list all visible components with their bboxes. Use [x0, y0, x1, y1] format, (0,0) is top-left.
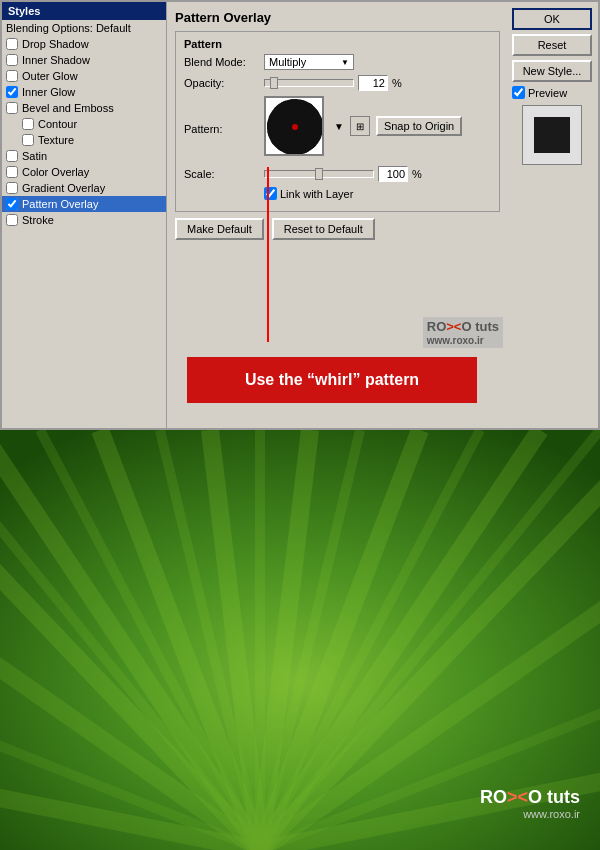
blending-options-item[interactable]: Blending Options: Default	[2, 20, 166, 36]
scale-input[interactable]	[378, 166, 408, 182]
blend-mode-row: Blend Mode: Multiply ▼	[184, 54, 491, 70]
callout-box: Use the “whirl” pattern	[187, 357, 477, 403]
outer-glow-item[interactable]: Outer Glow	[2, 68, 166, 84]
svg-point-2	[292, 124, 298, 130]
opacity-input[interactable]	[358, 75, 388, 91]
pattern-label: Pattern:	[184, 123, 264, 135]
callout-text: Use the “whirl” pattern	[245, 371, 419, 388]
red-pointer-line	[267, 167, 269, 342]
blend-mode-dropdown[interactable]: Multiply ▼	[264, 54, 354, 70]
gradient-overlay-item[interactable]: Gradient Overlay	[2, 180, 166, 196]
opacity-slider-container: %	[264, 75, 402, 91]
drop-shadow-checkbox[interactable]	[6, 38, 18, 50]
scale-label: Scale:	[184, 168, 264, 180]
texture-item[interactable]: Texture	[2, 132, 166, 148]
outer-glow-checkbox[interactable]	[6, 70, 18, 82]
opacity-slider-thumb[interactable]	[270, 77, 278, 89]
preview-checkbox[interactable]	[512, 86, 525, 99]
dialog-watermark-url: www.roxo.ir	[427, 335, 484, 346]
contour-checkbox[interactable]	[22, 118, 34, 130]
scale-slider-container: %	[264, 166, 422, 182]
bevel-emboss-checkbox[interactable]	[6, 102, 18, 114]
pattern-icon-button[interactable]: ⊞	[350, 116, 370, 136]
dialog-watermark: RO><O tuts www.roxo.ir	[423, 317, 503, 348]
preview-label-text: Preview	[528, 87, 567, 99]
pattern-row: Pattern:	[184, 96, 491, 161]
contour-item[interactable]: Contour	[2, 116, 166, 132]
opacity-label: Opacity:	[184, 77, 264, 89]
pattern-dropdown-arrow[interactable]: ▼	[334, 121, 344, 132]
color-overlay-item[interactable]: Color Overlay	[2, 164, 166, 180]
inner-shadow-checkbox[interactable]	[6, 54, 18, 66]
link-layer-checkbox[interactable]	[264, 187, 277, 200]
ok-button[interactable]: OK	[512, 8, 592, 30]
reset-button[interactable]: Reset	[512, 34, 592, 56]
pattern-sub-group: Pattern Blend Mode: Multiply ▼ Opacity: …	[175, 31, 500, 212]
inner-glow-item[interactable]: Inner Glow	[2, 84, 166, 100]
opacity-slider-track[interactable]	[264, 79, 354, 87]
bottom-url-text: www.roxo.ir	[480, 808, 580, 820]
preview-thumbnail	[522, 105, 582, 165]
bottom-watermark: RO><O tuts www.roxo.ir	[480, 787, 580, 820]
pattern-thumbnail[interactable]	[264, 96, 324, 156]
pattern-overlay-item[interactable]: Pattern Overlay	[2, 196, 166, 212]
satin-item[interactable]: Satin	[2, 148, 166, 164]
make-default-button[interactable]: Make Default	[175, 218, 264, 240]
pattern-picker-row: ▼ ⊞ Snap to Origin	[264, 96, 462, 156]
bevel-emboss-item[interactable]: Bevel and Emboss	[2, 100, 166, 116]
pattern-overlay-checkbox[interactable]	[6, 198, 18, 210]
opacity-unit: %	[392, 77, 402, 89]
preview-row: Preview	[512, 86, 592, 99]
bottom-brand-text: RO><O tuts	[480, 787, 580, 808]
bottom-buttons-row: Make Default Reset to Default	[175, 218, 500, 240]
opacity-row: Opacity: %	[184, 75, 491, 91]
gradient-overlay-checkbox[interactable]	[6, 182, 18, 194]
new-style-button[interactable]: New Style...	[512, 60, 592, 82]
stroke-item[interactable]: Stroke	[2, 212, 166, 228]
inner-glow-checkbox[interactable]	[6, 86, 18, 98]
reset-to-default-button[interactable]: Reset to Default	[272, 218, 375, 240]
scale-slider-track[interactable]	[264, 170, 374, 178]
satin-checkbox[interactable]	[6, 150, 18, 162]
photoshop-dialog: Styles Blending Options: Default Drop Sh…	[0, 0, 600, 430]
color-overlay-checkbox[interactable]	[6, 166, 18, 178]
drop-shadow-item[interactable]: Drop Shadow	[2, 36, 166, 52]
texture-checkbox[interactable]	[22, 134, 34, 146]
scale-row: Scale: %	[184, 166, 491, 182]
stroke-checkbox[interactable]	[6, 214, 18, 226]
inner-shadow-item[interactable]: Inner Shadow	[2, 52, 166, 68]
styles-panel-title: Styles	[2, 2, 166, 20]
link-layer-row: Link with Layer	[184, 187, 491, 200]
scale-slider-thumb[interactable]	[315, 168, 323, 180]
scale-unit: %	[412, 168, 422, 180]
dropdown-arrow-icon: ▼	[341, 58, 349, 67]
action-buttons-panel: OK Reset New Style... Preview	[512, 8, 592, 165]
snap-to-origin-button[interactable]: Snap to Origin	[376, 116, 462, 136]
preview-inner-square	[534, 117, 570, 153]
pattern-group-title: Pattern	[184, 38, 491, 50]
bottom-section: RO><O tuts www.roxo.ir	[0, 430, 600, 850]
whirl-pattern-svg	[266, 98, 324, 156]
link-layer-label: Link with Layer	[280, 188, 353, 200]
styles-panel: Styles Blending Options: Default Drop Sh…	[2, 2, 167, 428]
bottom-arrows-icon: ><	[507, 787, 528, 807]
blend-mode-label: Blend Mode:	[184, 56, 264, 68]
